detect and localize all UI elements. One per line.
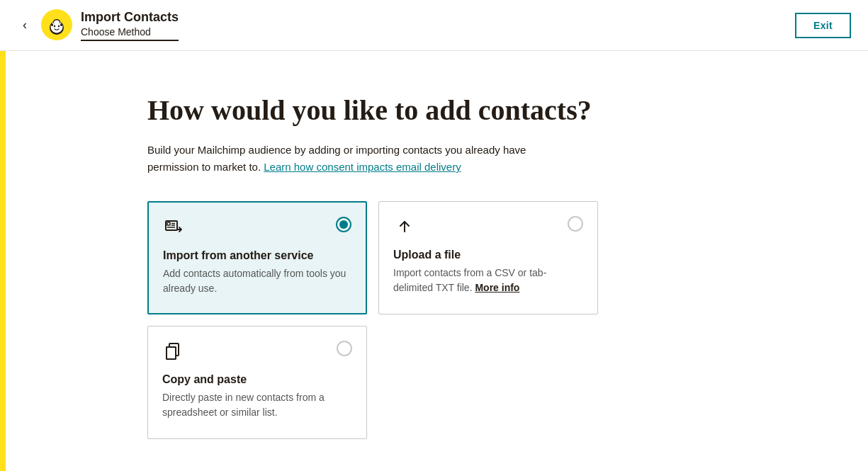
exit-button[interactable]: Exit: [795, 13, 851, 38]
svg-point-9: [60, 23, 62, 26]
svg-rect-17: [167, 347, 176, 359]
page-heading: How would you like to add contacts?: [147, 93, 700, 127]
learn-link[interactable]: Learn how consent impacts email delivery: [264, 161, 461, 173]
upload-icon: [393, 216, 416, 239]
mailchimp-logo: [41, 9, 72, 40]
header-subtitle: Choose Method: [81, 25, 179, 41]
more-info-link[interactable]: More info: [475, 282, 519, 293]
copy-paste-icon: [162, 341, 185, 363]
page-container: How would you like to add contacts? Buil…: [0, 51, 868, 471]
card-top-row: [163, 217, 351, 239]
svg-point-4: [54, 25, 55, 28]
yellow-accent-bar: [0, 51, 6, 471]
import-service-icon: [163, 217, 186, 239]
radio-inner: [339, 220, 348, 229]
card-desc-import-service: Add contacts automatically from tools yo…: [163, 266, 351, 296]
main-content: How would you like to add contacts? Buil…: [6, 51, 868, 471]
card-desc-upload-file: Import contacts from a CSV or tab-delimi…: [393, 266, 583, 295]
card-desc-copy-paste: Directly paste in new contacts from a sp…: [162, 390, 352, 420]
svg-point-7: [54, 21, 60, 25]
option-card-upload-file[interactable]: Upload a file Import contacts from a CSV…: [378, 201, 598, 314]
back-button[interactable]: ‹: [17, 15, 33, 35]
svg-point-5: [58, 25, 60, 28]
upload-desc-text: Import contacts from a CSV or tab-delimi…: [393, 267, 546, 293]
header-title: Import Contacts: [81, 9, 179, 25]
card-top-row-copy: [162, 341, 352, 363]
page-description: Build your Mailchimp audience by adding …: [147, 142, 544, 176]
cards-grid: Import from another service Add contacts…: [147, 201, 601, 439]
radio-upload-file[interactable]: [568, 216, 583, 232]
radio-import-service[interactable]: [336, 217, 351, 232]
card-title-import-service: Import from another service: [163, 249, 351, 262]
card-top-row-upload: [393, 216, 583, 239]
card-title-upload-file: Upload a file: [393, 249, 583, 261]
header: ‹ Import Contacts Choose Method Exit: [0, 0, 868, 51]
radio-copy-paste[interactable]: [337, 341, 352, 356]
option-card-copy-paste[interactable]: Copy and paste Directly paste in new con…: [147, 326, 367, 439]
option-card-import-service[interactable]: Import from another service Add contacts…: [147, 201, 367, 314]
svg-point-8: [51, 23, 53, 26]
card-title-copy-paste: Copy and paste: [162, 373, 352, 386]
svg-rect-11: [167, 222, 170, 225]
header-left: ‹ Import Contacts Choose Method: [17, 9, 179, 41]
header-title-group: Import Contacts Choose Method: [81, 9, 179, 41]
